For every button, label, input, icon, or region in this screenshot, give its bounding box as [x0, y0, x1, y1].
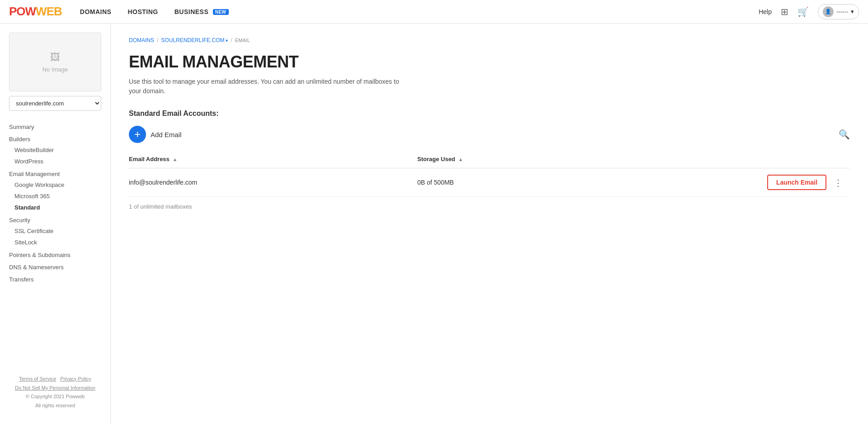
email-address-cell: info@soulrenderlife.com [129, 168, 417, 197]
section-title: Standard Email Accounts: [129, 110, 850, 118]
vertical-dots-icon: ⋮ [834, 178, 843, 188]
do-not-sell-link[interactable]: Do Not Sell My Personal Information [15, 385, 95, 391]
logo-web: WEB [36, 5, 62, 18]
sidebar-item-email-management[interactable]: Email Management [5, 167, 106, 179]
nav-business[interactable]: BUSINESS NEW [175, 8, 229, 15]
col-header-actions [598, 152, 850, 168]
nav-domains[interactable]: DOMAINS [80, 8, 112, 15]
page-title: EMAIL MANAGEMENT [129, 52, 850, 71]
storage-used-cell: 0B of 500MB [417, 168, 598, 197]
breadcrumb-domains[interactable]: DOMAINS [129, 37, 154, 43]
sidebar-item-wordpress[interactable]: WordPress [5, 156, 106, 167]
add-email-button[interactable]: + Add Email [129, 126, 181, 143]
launch-email-button[interactable]: Launch Email [767, 175, 826, 190]
actions-cell: Launch Email ⋮ [598, 168, 850, 197]
nav-links: DOMAINS HOSTING BUSINESS NEW [80, 8, 759, 15]
col-header-storage[interactable]: Storage Used ▲ [417, 152, 598, 168]
no-image-text: No Image [42, 66, 68, 73]
sidebar-item-security[interactable]: Security [5, 213, 106, 225]
more-options-button[interactable]: ⋮ [832, 176, 844, 189]
col-header-email[interactable]: Email Address ▲ [129, 152, 417, 168]
terms-of-service-link[interactable]: Terms of Service [19, 376, 56, 381]
table-row: info@soulrenderlife.com 0B of 500MB Laun… [129, 168, 850, 197]
sidebar-item-microsoft-365[interactable]: Microsoft 365 [5, 191, 106, 202]
add-circle-icon: + [129, 126, 146, 143]
chevron-down-icon: ▾ [851, 8, 854, 15]
sidebar-item-sitelock[interactable]: SiteLock [5, 237, 106, 248]
sort-arrow-email: ▲ [172, 157, 177, 162]
domain-selector[interactable]: soulrenderlife.com [9, 96, 101, 111]
sidebar-item-pointers-subdomains[interactable]: Pointers & Subdomains [5, 248, 106, 260]
logo[interactable]: POWWEB [9, 5, 62, 19]
help-link[interactable]: Help [759, 8, 772, 15]
chevron-down-icon: ▾ [226, 38, 228, 43]
sidebar-item-standard[interactable]: Standard [5, 202, 106, 213]
breadcrumb-domain[interactable]: SOULRENDERLIFE.COM ▾ [161, 37, 228, 43]
breadcrumb-sep2: / [231, 37, 232, 43]
sidebar-item-transfers[interactable]: Transfers [5, 272, 106, 285]
search-icon: 🔍 [839, 129, 850, 139]
sort-arrow-storage: ▲ [458, 157, 463, 162]
sidebar-item-dns-nameservers[interactable]: DNS & Nameservers [5, 260, 106, 272]
breadcrumb-current: EMAIL [235, 38, 250, 43]
grid-icon[interactable]: ⊞ [781, 6, 788, 17]
logo-pow: POW [9, 5, 36, 18]
top-navigation: POWWEB DOMAINS HOSTING BUSINESS NEW Help… [0, 0, 868, 24]
main-content: DOMAINS / SOULRENDERLIFE.COM ▾ / EMAIL E… [111, 24, 868, 424]
user-name: ------ [836, 8, 848, 15]
nav-hosting[interactable]: HOSTING [127, 8, 158, 15]
business-badge: NEW [213, 9, 229, 15]
nav-right: Help ⊞ 🛒 👤 ------ ▾ [759, 4, 859, 19]
page-layout: 🖼 No Image soulrenderlife.com Summary Bu… [0, 24, 868, 424]
sidebar-item-ssl-certificate[interactable]: SSL Certificate [5, 225, 106, 237]
no-image-icon: 🖼 [50, 52, 60, 63]
sidebar-item-google-workspace[interactable]: Google Workspace [5, 179, 106, 191]
page-subtitle: Use this tool to manage your email addre… [129, 77, 409, 96]
sidebar-image-box: 🖼 No Image [9, 33, 101, 91]
add-email-label: Add Email [151, 131, 181, 138]
sidebar: 🖼 No Image soulrenderlife.com Summary Bu… [0, 24, 111, 424]
sidebar-item-websitebuilder[interactable]: WebsiteBuilder [5, 144, 106, 156]
cart-icon[interactable]: 🛒 [797, 6, 809, 17]
sidebar-nav: Summary Builders WebsiteBuilder WordPres… [0, 120, 110, 366]
user-menu-button[interactable]: 👤 ------ ▾ [818, 4, 859, 19]
copyright-text: © Copyright 2021 Powweb [26, 394, 85, 399]
privacy-policy-link[interactable]: Privacy Policy [60, 376, 91, 381]
breadcrumb: DOMAINS / SOULRENDERLIFE.COM ▾ / EMAIL [129, 37, 850, 43]
mailbox-count: 1 of unlimited mailboxes [129, 203, 850, 210]
email-table: Email Address ▲ Storage Used ▲ info@soul… [129, 152, 850, 197]
rights-text: All rights reserved [35, 403, 75, 408]
sidebar-item-builders[interactable]: Builders [5, 132, 106, 144]
breadcrumb-sep1: / [157, 37, 158, 43]
sidebar-footer: Terms of Service Privacy Policy Do Not S… [0, 366, 110, 415]
user-avatar: 👤 [823, 6, 834, 17]
sidebar-item-summary[interactable]: Summary [5, 120, 106, 132]
add-email-row: + Add Email 🔍 [129, 126, 850, 143]
search-button[interactable]: 🔍 [839, 129, 850, 140]
